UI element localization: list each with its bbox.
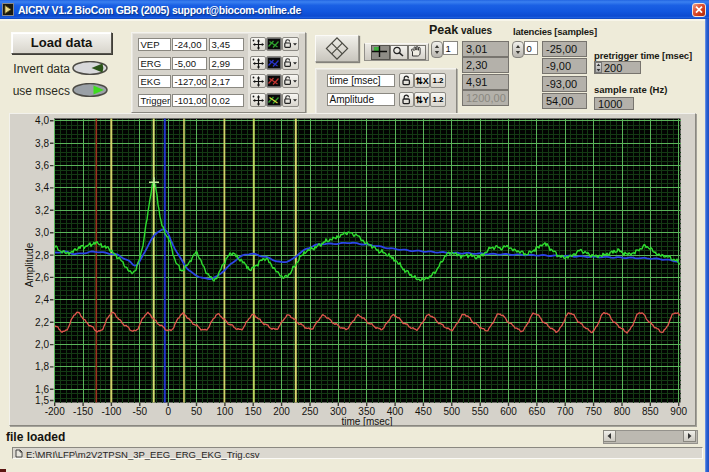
svg-text:2,4: 2,4 [35, 294, 49, 305]
svg-text:150: 150 [245, 406, 262, 417]
svg-text:50: 50 [191, 406, 203, 417]
svg-text:3,4: 3,4 [35, 182, 49, 193]
svg-text:2,6: 2,6 [35, 272, 49, 283]
svg-text:3,8: 3,8 [35, 138, 49, 149]
svg-text:550: 550 [472, 406, 489, 417]
svg-text:500: 500 [443, 406, 460, 417]
svg-text:4,0: 4,0 [35, 115, 49, 126]
svg-text:800: 800 [614, 406, 631, 417]
svg-text:0: 0 [165, 406, 171, 417]
svg-text:700: 700 [557, 406, 574, 417]
svg-text:2,2: 2,2 [35, 317, 49, 328]
svg-text:-200: -200 [45, 406, 65, 417]
svg-text:-100: -100 [101, 406, 121, 417]
svg-text:100: 100 [217, 406, 234, 417]
svg-text:900: 900 [670, 406, 687, 417]
svg-text:2,0: 2,0 [35, 339, 49, 350]
svg-text:-50: -50 [133, 406, 148, 417]
svg-text:600: 600 [500, 406, 517, 417]
svg-text:200: 200 [273, 406, 290, 417]
svg-text:Amplitude: Amplitude [24, 242, 35, 287]
svg-text:-150: -150 [73, 406, 93, 417]
svg-text:850: 850 [642, 406, 659, 417]
svg-text:time [msec]: time [msec] [341, 416, 392, 426]
svg-text:450: 450 [415, 406, 432, 417]
svg-text:1,5: 1,5 [35, 395, 49, 406]
svg-text:3,0: 3,0 [35, 227, 49, 238]
svg-text:3,2: 3,2 [35, 205, 49, 216]
svg-text:650: 650 [529, 406, 546, 417]
svg-text:3,6: 3,6 [35, 160, 49, 171]
svg-text:2,8: 2,8 [35, 250, 49, 261]
svg-text:1,8: 1,8 [35, 361, 49, 372]
svg-text:1,6: 1,6 [35, 384, 49, 395]
svg-text:750: 750 [585, 406, 602, 417]
svg-text:250: 250 [302, 406, 319, 417]
